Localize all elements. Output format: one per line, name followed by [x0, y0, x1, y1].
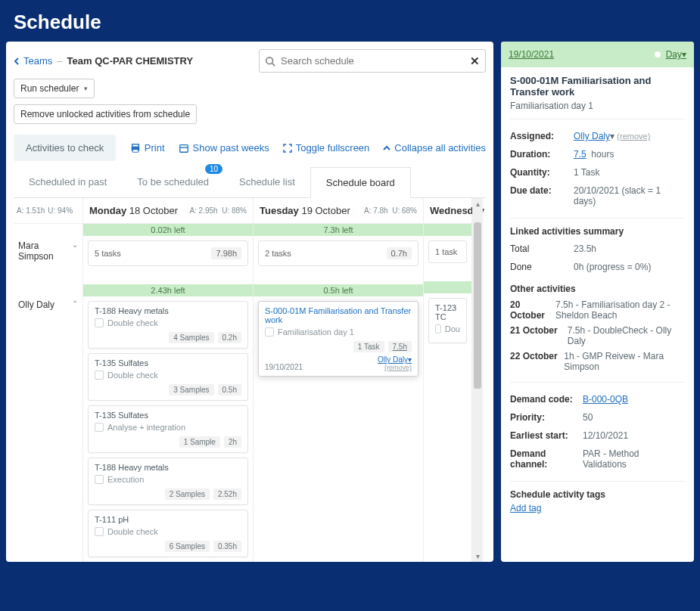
task-remove-link[interactable]: (remove)	[378, 364, 412, 371]
other-activity-row: 20 October7.5h - Familiarisation day 2 -…	[510, 297, 685, 323]
duration-value-link[interactable]: 7.5	[574, 149, 586, 160]
task-summary-card[interactable]: 5 tasks 7.98h	[88, 240, 248, 266]
tab-to-be-scheduled[interactable]: To be scheduled 10	[122, 167, 224, 197]
day-column-monday: Monday 18 October A: 2.95h U: 88% 0.02h …	[83, 198, 254, 562]
to-be-scheduled-badge: 10	[205, 164, 222, 174]
fullscreen-label: Toggle fullscreen	[296, 142, 370, 154]
day-header: Tuesday 19 October	[260, 205, 350, 216]
print-link[interactable]: Print	[130, 142, 165, 154]
tab-to-be-scheduled-label: To be scheduled	[137, 176, 209, 188]
scroll-down-icon[interactable]: ▾	[472, 552, 483, 560]
svg-rect-2	[132, 144, 138, 147]
task-date: 19/10/2021	[265, 363, 303, 371]
linked-activities-title: Linked activities summary	[510, 226, 685, 237]
task-title: S-000-01M Familiarisation and Transfer w…	[265, 306, 412, 324]
task-summary-card[interactable]: 2 tasks 0.7h	[258, 240, 418, 266]
task-summary-card[interactable]: 1 task	[428, 240, 467, 263]
priority-label: Priority:	[510, 412, 580, 423]
total-label: Total	[510, 243, 571, 254]
task-title: T-135 Sulfates	[95, 411, 241, 420]
chevron-up-icon[interactable]: ⌃	[72, 299, 78, 308]
checkbox-icon[interactable]	[435, 324, 441, 333]
other-activities-title: Other activities	[510, 284, 685, 294]
task-pill-hours: 2.52h	[213, 488, 241, 500]
checkbox-icon[interactable]	[95, 423, 104, 432]
show-past-weeks-link[interactable]: Show past weeks	[179, 142, 269, 154]
arrow-left-icon	[14, 57, 21, 65]
hours-left-bar	[424, 281, 471, 293]
assigned-value-link[interactable]: Olly Daly	[574, 131, 610, 141]
earliest-value: 12/10/2021	[583, 430, 685, 441]
page-title: Schedule	[0, 0, 700, 42]
remove-unlocked-button[interactable]: Remove unlocked activities from schedule	[14, 104, 197, 124]
toggle-fullscreen-link[interactable]: Toggle fullscreen	[283, 142, 370, 154]
checkbox-icon[interactable]	[95, 475, 104, 484]
detail-panel: 19/10/2021 Day▾ S-000-01M Familiarisatio…	[501, 42, 694, 562]
tags-title: Schedule activity tags	[510, 489, 685, 500]
activities-to-check-tab[interactable]: Activities to check	[14, 135, 116, 161]
hours-left-bar: 0.02h left	[83, 224, 253, 236]
tab-schedule-board[interactable]: Schedule board	[310, 167, 411, 198]
expand-icon	[283, 144, 292, 153]
task-title: T-188 Heavy metals	[95, 306, 241, 315]
priority-value: 50	[583, 412, 685, 423]
hours-left-bar: 0.5h left	[254, 284, 423, 296]
scroll-thumb[interactable]	[474, 222, 481, 389]
scroll-up-icon[interactable]: ▴	[472, 200, 483, 208]
task-card[interactable]: T-135 Sulfates Analyse + integration 1 S…	[88, 405, 248, 453]
task-title: T-123 TC	[435, 303, 460, 321]
breadcrumb-teams-link[interactable]: Teams	[14, 55, 52, 67]
breadcrumb: Teams – Team QC-PAR CHEMISTRY	[14, 55, 193, 67]
assigned-remove-link[interactable]: (remove)	[617, 132, 650, 141]
hours-left-bar	[424, 224, 471, 236]
checkbox-icon[interactable]	[95, 318, 104, 327]
task-pill-hours: 0.5h	[218, 384, 241, 395]
print-label: Print	[145, 142, 165, 154]
detail-date-link[interactable]: 19/10/2021	[509, 49, 554, 60]
task-subtitle: Familiarisation day 1	[278, 327, 354, 337]
add-tag-link[interactable]: Add tag	[510, 503, 541, 513]
person-olly[interactable]: Olly Daly ⌃	[14, 293, 82, 316]
tab-scheduled-in-past[interactable]: Scheduled in past	[14, 167, 122, 197]
person-mara[interactable]: Mara Simpson ⌄	[14, 234, 82, 283]
task-card[interactable]: T-188 Heavy metals Execution 2 Samples2.…	[88, 457, 248, 505]
other-activity-text: 7.5h - Familiarisation day 2 - Sheldon B…	[555, 299, 685, 321]
search-input[interactable]	[259, 49, 486, 73]
task-pill-hours[interactable]: 7.5h	[388, 341, 412, 352]
tab-schedule-list[interactable]: Schedule list	[224, 167, 310, 197]
checkbox-icon[interactable]	[95, 371, 104, 380]
task-card[interactable]: T-111 pH Double check 6 Samples0.35h	[88, 510, 248, 557]
collapse-all-link[interactable]: Collapse all activities	[383, 142, 486, 154]
other-activity-text: 1h - GMP Reivew - Mara Simpson	[564, 351, 685, 372]
demand-code-link[interactable]: B-000-0QB	[583, 394, 628, 405]
task-title: T-111 pH	[95, 515, 241, 524]
clear-icon[interactable]: ✕	[470, 54, 480, 68]
run-scheduler-button[interactable]: Run scheduler	[14, 79, 95, 98]
other-activity-date: 21 October	[510, 325, 562, 346]
main-tabs: Scheduled in past To be scheduled 10 Sch…	[14, 167, 486, 198]
task-card[interactable]: T-188 Heavy metals Double check 4 Sample…	[88, 301, 248, 349]
task-pill-hours: 2h	[224, 436, 241, 448]
checkbox-icon[interactable]	[95, 527, 104, 536]
person-name: Mara Simpson	[18, 240, 72, 262]
quantity-value: 1 Task	[574, 167, 685, 178]
task-count: 2 tasks	[265, 249, 291, 258]
chevron-down-icon[interactable]: ⌄	[72, 240, 78, 249]
checkbox-icon[interactable]	[265, 327, 274, 337]
search-icon	[265, 56, 275, 67]
task-card[interactable]: T-135 Sulfates Double check 3 Samples0.5…	[88, 353, 248, 401]
task-assignee-link[interactable]: Olly Daly▾	[378, 355, 412, 364]
total-value: 23.5h	[574, 243, 685, 254]
task-pill-hours: 0.35h	[213, 541, 241, 552]
task-count: 5 tasks	[95, 249, 121, 258]
other-activity-date: 20 October	[510, 299, 549, 321]
detail-subtitle: Familiarisation day 1	[510, 101, 685, 111]
svg-line-1	[272, 63, 275, 66]
detail-title: S-000-01M Familiarisation and Transfer w…	[510, 75, 685, 98]
period-selector[interactable]: Day▾	[666, 49, 686, 60]
day-column-tuesday: Tuesday 19 October A: 7.8h U: 68% 7.3h l…	[254, 198, 424, 562]
task-pill: 1 Sample	[179, 436, 220, 448]
task-card-selected[interactable]: S-000-01M Familiarisation and Transfer w…	[258, 301, 418, 377]
vertical-scrollbar[interactable]: ▴ ▾	[472, 198, 483, 562]
task-card[interactable]: T-123 TC Dou	[428, 298, 467, 343]
